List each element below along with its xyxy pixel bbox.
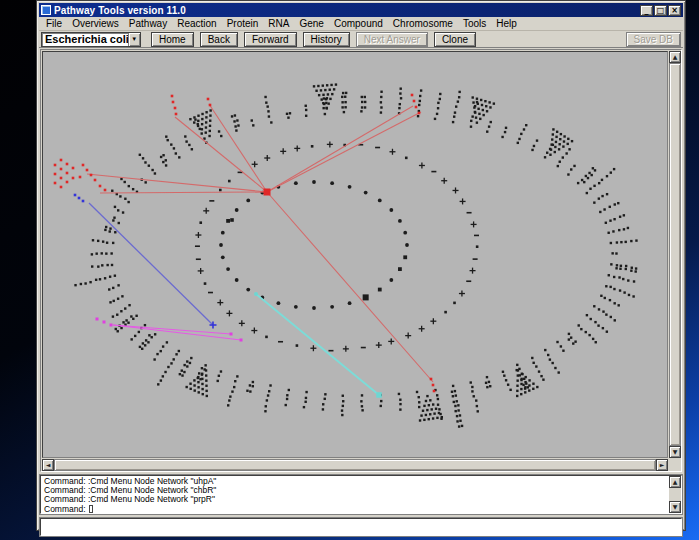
maximize-button[interactable]: □ — [654, 5, 667, 16]
window-titlebar[interactable]: Pathway Tools version 11.0 _□× — [39, 3, 683, 17]
menu-item-pathway[interactable]: Pathway — [124, 17, 172, 30]
scroll-down-icon[interactable]: ▼ — [669, 446, 681, 458]
menu-item-protein[interactable]: Protein — [222, 17, 264, 30]
menu-item-gene[interactable]: Gene — [294, 17, 328, 30]
console-scrollbar[interactable]: ▲ ▼ — [669, 476, 681, 513]
organism-combobox[interactable]: Escherichia coli ▼ — [41, 32, 141, 47]
menu-item-compound[interactable]: Compound — [329, 17, 388, 30]
text-cursor — [89, 505, 93, 513]
pathway-tools-window: Pathway Tools version 11.0 _□× FileOverv… — [36, 0, 686, 531]
scroll-up-icon[interactable]: ▲ — [669, 476, 681, 488]
toolbar: Escherichia coli ▼ HomeBackForwardHistor… — [39, 31, 683, 48]
window-title: Pathway Tools version 11.0 — [54, 5, 637, 16]
close-button[interactable]: × — [668, 5, 681, 16]
menu-item-help[interactable]: Help — [491, 17, 522, 30]
toolbar-button-home[interactable]: Home — [151, 32, 194, 47]
toolbar-button-next-answer[interactable]: Next Answer — [356, 32, 428, 47]
menu-item-reaction[interactable]: Reaction — [172, 17, 221, 30]
toolbar-button-history[interactable]: History — [303, 32, 350, 47]
vertical-scrollbar-thumb[interactable] — [669, 63, 681, 446]
organism-combobox-value: Escherichia coli — [42, 33, 128, 46]
scroll-up-icon[interactable]: ▲ — [669, 51, 681, 63]
toolbar-button-forward[interactable]: Forward — [244, 32, 297, 47]
app-icon — [41, 5, 51, 15]
console-line: Command: :Cmd Menu Node Network "prpR" — [44, 495, 667, 504]
menu-item-file[interactable]: File — [41, 17, 67, 30]
horizontal-scrollbar-thumb[interactable] — [54, 459, 656, 471]
save-db-button[interactable]: Save DB — [626, 32, 681, 47]
menu-item-tools[interactable]: Tools — [458, 17, 491, 30]
menu-item-rna[interactable]: RNA — [263, 17, 294, 30]
chevron-down-icon[interactable]: ▼ — [128, 33, 140, 46]
command-input-field[interactable] — [40, 518, 682, 536]
menu-item-overviews[interactable]: Overviews — [67, 17, 124, 30]
scrollbar-corner — [669, 459, 681, 471]
scroll-down-icon[interactable]: ▼ — [669, 501, 681, 513]
console-lines: Command: :Cmd Menu Node Network "uhpA"Co… — [44, 477, 667, 514]
regulatory-overview-canvas[interactable] — [42, 51, 668, 458]
minimize-button[interactable]: _ — [640, 5, 653, 16]
console-output[interactable]: Command: :Cmd Menu Node Network "uhpA"Co… — [40, 475, 682, 514]
menu-bar: FileOverviewsPathwayReactionProteinRNAGe… — [39, 17, 683, 31]
scroll-right-icon[interactable]: ► — [656, 459, 668, 471]
console-line: Command: — [44, 505, 667, 514]
toolbar-button-back[interactable]: Back — [200, 32, 238, 47]
menu-item-chromosome[interactable]: Chromosome — [388, 17, 458, 30]
toolbar-button-clone[interactable]: Clone — [434, 32, 476, 47]
nav-buttons: HomeBackForwardHistoryNext AnswerClone — [151, 32, 476, 47]
scroll-left-icon[interactable]: ◄ — [42, 459, 54, 471]
desktop-background: Pathway Tools version 11.0 _□× FileOverv… — [0, 0, 699, 540]
canvas-block: ▲ ▼ ◄ ► — [40, 49, 682, 472]
regulatory-overview-diagram — [43, 52, 668, 458]
canvas-vertical-scrollbar[interactable]: ▲ ▼ — [669, 51, 681, 458]
window-controls: _□× — [640, 5, 681, 16]
canvas-horizontal-scrollbar[interactable]: ◄ ► — [42, 459, 668, 471]
